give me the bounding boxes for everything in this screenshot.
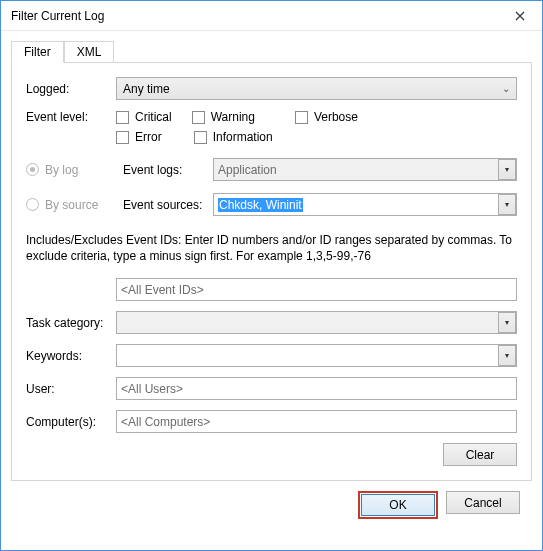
- user-label: User:: [26, 382, 116, 396]
- dropdown-button-icon: ▾: [498, 159, 516, 180]
- chevron-down-icon: ⌄: [502, 83, 510, 94]
- user-input[interactable]: <All Users>: [116, 377, 517, 400]
- critical-label: Critical: [135, 110, 172, 124]
- event-logs-value: Application: [218, 163, 277, 177]
- event-ids-description: Includes/Excludes Event IDs: Enter ID nu…: [26, 232, 517, 264]
- dialog-footer: OK Cancel: [11, 481, 532, 519]
- warning-label: Warning: [211, 110, 255, 124]
- logged-dropdown[interactable]: Any time ⌄: [116, 77, 517, 100]
- user-placeholder: <All Users>: [121, 382, 183, 396]
- dropdown-button-icon[interactable]: ▾: [498, 345, 516, 366]
- checkbox-icon: [192, 111, 205, 124]
- event-ids-input[interactable]: <All Event IDs>: [116, 278, 517, 301]
- by-source-label: By source: [45, 198, 123, 212]
- critical-checkbox[interactable]: Critical: [116, 110, 172, 124]
- event-logs-label: Event logs:: [123, 163, 213, 177]
- computers-placeholder: <All Computers>: [121, 415, 210, 429]
- checkbox-icon: [295, 111, 308, 124]
- tab-filter-label: Filter: [24, 45, 51, 59]
- event-logs-dropdown: Application ▾: [213, 158, 517, 181]
- verbose-checkbox[interactable]: Verbose: [295, 110, 358, 124]
- warning-checkbox[interactable]: Warning: [192, 110, 255, 124]
- close-icon: [515, 11, 525, 21]
- tab-xml-label: XML: [77, 45, 102, 59]
- by-log-radio: [26, 163, 39, 176]
- event-ids-placeholder: <All Event IDs>: [121, 283, 204, 297]
- logged-value: Any time: [123, 82, 170, 96]
- ok-button[interactable]: OK: [361, 494, 435, 516]
- task-category-label: Task category:: [26, 316, 116, 330]
- checkbox-icon: [116, 111, 129, 124]
- information-checkbox[interactable]: Information: [194, 130, 273, 144]
- task-category-dropdown: ▾: [116, 311, 517, 334]
- computers-label: Computer(s):: [26, 415, 116, 429]
- ok-button-label: OK: [389, 498, 406, 512]
- event-level-label: Event level:: [26, 110, 116, 124]
- clear-button[interactable]: Clear: [443, 443, 517, 466]
- checkbox-icon: [194, 131, 207, 144]
- tab-filter[interactable]: Filter: [11, 41, 64, 63]
- cancel-button[interactable]: Cancel: [446, 491, 520, 514]
- checkbox-icon: [116, 131, 129, 144]
- ok-highlight: OK: [358, 491, 438, 519]
- close-button[interactable]: [497, 1, 542, 31]
- computers-input[interactable]: <All Computers>: [116, 410, 517, 433]
- dialog-content: Filter XML Logged: Any time ⌄ Event leve…: [1, 31, 542, 529]
- event-sources-label: Event sources:: [123, 198, 213, 212]
- titlebar: Filter Current Log: [1, 1, 542, 31]
- error-label: Error: [135, 130, 162, 144]
- cancel-button-label: Cancel: [464, 496, 501, 510]
- verbose-label: Verbose: [314, 110, 358, 124]
- event-sources-dropdown[interactable]: Chkdsk, Wininit ▾: [213, 193, 517, 216]
- clear-button-label: Clear: [466, 448, 495, 462]
- event-sources-value: Chkdsk, Wininit: [218, 198, 303, 212]
- keywords-label: Keywords:: [26, 349, 116, 363]
- keywords-dropdown[interactable]: ▾: [116, 344, 517, 367]
- logged-label: Logged:: [26, 82, 116, 96]
- by-source-radio: [26, 198, 39, 211]
- error-checkbox[interactable]: Error: [116, 130, 162, 144]
- dropdown-button-icon: ▾: [498, 312, 516, 333]
- by-log-label: By log: [45, 163, 123, 177]
- information-label: Information: [213, 130, 273, 144]
- dropdown-button-icon[interactable]: ▾: [498, 194, 516, 215]
- filter-panel: Logged: Any time ⌄ Event level: Critical…: [11, 62, 532, 481]
- tab-strip: Filter XML: [11, 39, 532, 62]
- window-title: Filter Current Log: [11, 9, 104, 23]
- tab-xml[interactable]: XML: [64, 41, 115, 62]
